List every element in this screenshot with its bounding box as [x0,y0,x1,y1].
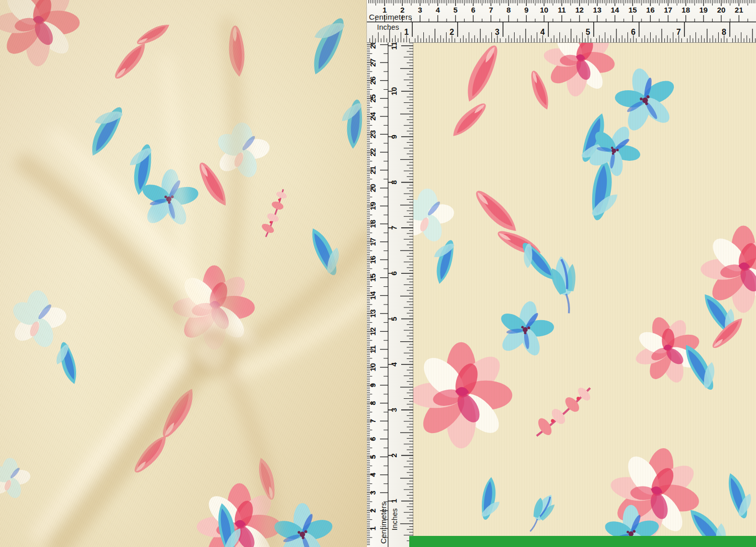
fabric-product-photo: 1234567891011121314151617181920211234567… [0,0,756,547]
ruler-number: 1 [390,499,398,503]
ruler-number: 19 [700,6,708,14]
ruler-number: 1 [368,526,377,530]
ruler-number: 6 [368,437,377,441]
ruler-number: 6 [471,6,475,14]
ruler-number: 13 [593,6,602,14]
ruler-number: 21 [368,166,377,174]
ruler-number: 8 [722,28,726,36]
ruler-number: 8 [390,180,398,184]
ruler-number: 4 [390,362,398,367]
ruler-number: 5 [586,28,590,36]
ruler-number: 23 [368,130,377,139]
vertical-ruler: 1234567891011121314151617181920212223242… [367,42,413,547]
ruler-number: 5 [454,6,458,14]
ruler-number: 7 [489,6,493,14]
ruler-number: 1 [404,28,409,36]
ruler-number: 9 [524,6,528,14]
ruler-number: 17 [664,6,672,14]
ruler-number: 20 [368,184,377,193]
ruler-number: 8 [507,6,511,14]
ruler-number: 15 [628,6,637,14]
ruler-number: 5 [368,455,377,459]
ruler-number: 3 [368,491,377,495]
vertical-ruler-ticks: 1234567891011121314151617181920212223242… [367,42,413,547]
ruler-number: 15 [368,273,377,282]
ruler-number: 7 [368,419,377,423]
green-color-bar [409,536,756,547]
ruler-number: 19 [368,202,377,210]
flat-fabric-panel [413,42,756,547]
horizontal-ruler-inch-label: Inches [377,23,399,31]
ruler-number: 11 [390,42,398,50]
ruler-number: 16 [646,6,655,14]
ruler-number: 3 [418,6,422,14]
draped-fabric-art [0,0,367,547]
horizontal-ruler-ticks: 1234567891011121314151617181920211234567… [367,0,756,42]
ruler-number: 11 [558,6,566,14]
ruler-number: 2 [450,28,454,36]
ruler-number: 27 [368,58,377,67]
ruler-number: 12 [368,327,377,336]
horizontal-ruler-cm-label: Centimeters [369,13,412,22]
ruler-number: 26 [368,76,377,85]
ruler-number: 18 [368,220,377,228]
ruler-number: 8 [368,401,377,405]
ruler-number: 21 [735,6,743,14]
ruler-number: 17 [368,237,377,246]
ruler-number: 10 [540,6,548,14]
ruler-number: 9 [368,383,377,387]
ruler-number: 13 [368,310,377,318]
ruler-number: 7 [390,226,398,230]
draped-fabric-photo [0,0,367,547]
ruler-number: 3 [495,28,499,36]
ruler-number: 2 [390,453,398,457]
ruler-number: 22 [368,148,377,157]
ruler-number: 18 [681,6,690,14]
ruler-number: 6 [390,271,398,275]
ruler-number: 4 [368,472,377,477]
ruler-number: 9 [390,135,398,139]
horizontal-ruler: 1234567891011121314151617181920211234567… [367,0,756,43]
ruler-number: 2 [368,509,377,513]
ruler-number: 7 [676,28,681,36]
ruler-number: 5 [390,317,398,321]
ruler-number: 24 [368,112,377,120]
ruler-number: 16 [368,256,377,264]
ruler-number: 11 [368,345,377,353]
flat-fabric-art [413,42,756,547]
ruler-number: 20 [717,6,726,14]
ruler-number: 3 [390,408,398,412]
ruler-number: 10 [390,87,398,96]
ruler-number: 14 [368,291,377,299]
photo-vignette [0,0,367,547]
ruler-number: 10 [368,363,377,372]
vertical-ruler-inch-label: Inches [391,508,399,530]
ruler-number: 25 [368,94,377,103]
ruler-number: 28 [368,42,377,49]
ruler-number: 12 [575,6,584,14]
ruler-number: 4 [435,6,440,14]
ruler-number: 14 [611,6,619,14]
ruler-number: 6 [631,28,636,36]
vertical-ruler-cm-label: Centimeters [379,502,388,543]
ruler-number: 4 [540,28,545,36]
